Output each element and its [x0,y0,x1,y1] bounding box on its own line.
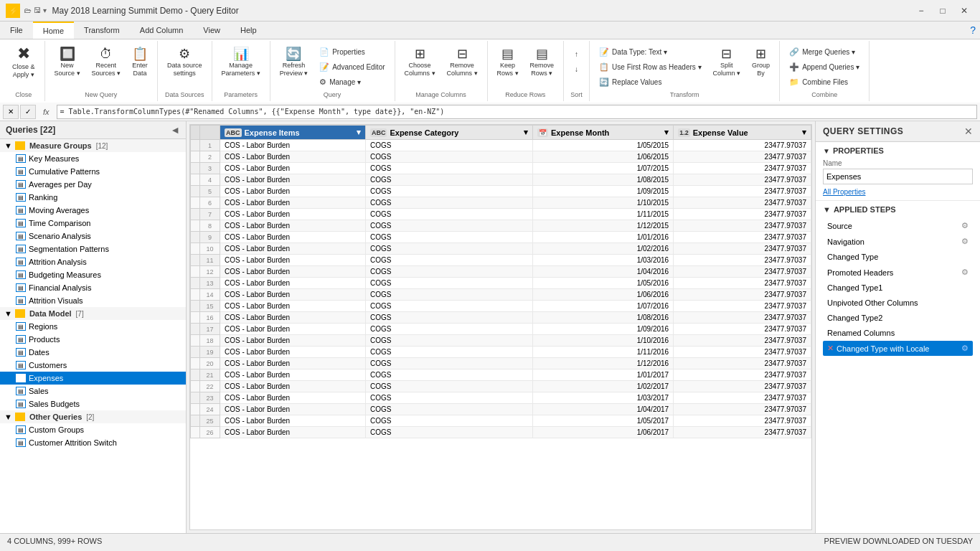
keep-rows-button[interactable]: ▤ KeepRows ▾ [492,42,524,83]
choose-columns-button[interactable]: ⊞ ChooseColumns ▾ [400,42,440,83]
sidebar-item-budgeting[interactable]: ▤ Budgeting Measures [0,268,186,281]
recent-sources-button[interactable]: ⏱ RecentSources ▾ [87,42,126,83]
row-indicator [191,278,200,289]
formula-confirm-button[interactable]: ✓ [20,105,36,119]
col-filter-icon[interactable]: ▾ [357,128,361,137]
col-expense-items[interactable]: ABC Expense Items ▾ [220,126,366,140]
refresh-preview-button[interactable]: 🔄 RefreshPreview ▾ [275,42,314,83]
sidebar-item-custom-groups[interactable]: ▤ Custom Groups [0,423,186,436]
minimize-button[interactable]: − [911,3,931,19]
step-changed-type[interactable]: Changed Type [823,250,973,264]
sidebar-item-customer-attrition[interactable]: ▤ Customer Attrition Switch [0,436,186,449]
col-filter-icon[interactable]: ▾ [802,128,806,137]
merge-queries-button[interactable]: 🔗 Merge Queries ▾ [784,45,864,59]
tab-file[interactable]: File [0,22,33,39]
step-gear-icon[interactable]: ⚙ [961,268,969,277]
cell-expense-items: COS - Labor Burden [220,220,366,232]
sidebar-item-regions[interactable]: ▤ Regions [0,320,186,333]
sidebar-item-customers[interactable]: ▤ Customers [0,359,186,372]
qs-close-button[interactable]: ✕ [964,126,973,137]
step-renamed-columns[interactable]: Renamed Columns [823,326,973,340]
step-gear-icon[interactable]: ⚙ [961,237,969,246]
remove-columns-button[interactable]: ⊟ RemoveColumns ▾ [442,42,483,83]
manage-button[interactable]: ⚙ Manage ▾ [314,75,390,89]
tab-view[interactable]: View [193,22,230,39]
sidebar-item-sales-budgets[interactable]: ▤ Sales Budgets [0,397,186,410]
cell-expense-items: COS - Labor Burden [220,163,366,174]
cell-expense-value: 23477.97037 [674,347,811,358]
step-gear-icon[interactable]: ⚙ [961,221,969,230]
sidebar-item-scenario[interactable]: ▤ Scenario Analysis [0,230,186,242]
sidebar-item-sales[interactable]: ▤ Sales [0,385,186,397]
sidebar-item-expenses[interactable]: ▤ Expenses [0,372,186,385]
manage-parameters-button[interactable]: 📊 ManageParameters ▾ [217,42,265,83]
sidebar-item-financial[interactable]: ▤ Financial Analysis [0,281,186,294]
qs-properties-header[interactable]: ▼ PROPERTIES [823,146,973,155]
cell-expense-month: 1/01/2016 [532,232,673,243]
step-navigation[interactable]: Navigation ⚙ [823,234,973,249]
remove-rows-button[interactable]: ▤ RemoveRows ▾ [525,42,560,83]
sort-asc-button[interactable]: ↑ [570,48,583,60]
step-unpivoted[interactable]: Unpivoted Other Columns [823,296,973,310]
step-source[interactable]: Source ⚙ [823,218,973,233]
sidebar-item-averages[interactable]: ▤ Averages per Day [0,178,186,191]
all-properties-link[interactable]: All Properties [823,188,865,196]
query-group-other-header[interactable]: ▼ Other Queries [2] [0,410,186,423]
sidebar-item-key-measures[interactable]: ▤ Key Measures [0,152,186,165]
col-expense-value[interactable]: 1.2 Expense Value ▾ [674,126,811,140]
step-changed-type-locale[interactable]: ✕ Changed Type with Locale ⚙ [823,341,973,356]
step-promoted-headers[interactable]: Promoted Headers ⚙ [823,265,973,280]
tab-home[interactable]: Home [33,22,74,39]
col-filter-icon[interactable]: ▾ [524,128,528,137]
sidebar-item-time-comparison[interactable]: ▤ Time Comparison [0,217,186,230]
col-filter-icon[interactable]: ▾ [664,128,669,137]
sidebar-item-products[interactable]: ▤ Products [0,333,186,346]
sidebar-item-ranking[interactable]: ▤ Ranking [0,191,186,204]
first-row-headers-button[interactable]: 📋 Use First Row as Headers ▾ [594,60,706,74]
data-source-settings-button[interactable]: ⚙ Data sourcesettings [162,42,207,83]
step-changed-type1[interactable]: Changed Type1 [823,281,973,295]
sidebar-item-attrition-visuals[interactable]: ▤ Attrition Visuals [0,294,186,307]
sidebar-item-segmentation[interactable]: ▤ Segmentation Patterns [0,242,186,255]
col-expense-month[interactable]: 📅 Expense Month ▾ [532,126,673,140]
step-gear-icon[interactable]: ⚙ [961,344,969,353]
tab-help[interactable]: Help [230,22,267,39]
replace-values-button[interactable]: 🔄 Replace Values [594,75,706,89]
new-source-button[interactable]: 🔲 NewSource ▾ [50,42,85,83]
qs-header: QUERY SETTINGS ✕ [816,121,980,142]
cell-expense-items: COS - Labor Burden [220,381,366,392]
table-row: 15 COS - Labor Burden COGS 1/07/2016 234… [191,301,811,312]
formula-back-button[interactable]: ✕ [3,105,19,119]
query-group-data-model-header[interactable]: ▼ Data Model [7] [0,307,186,320]
sort-desc-button[interactable]: ↓ [570,63,583,75]
step-label: Changed Type [827,253,969,261]
append-queries-button[interactable]: ➕ Append Queries ▾ [784,60,864,74]
sidebar-item-cumulative[interactable]: ▤ Cumulative Patterns [0,165,186,178]
cell-expense-value: 23477.97037 [674,140,811,151]
sidebar-item-attrition-analysis[interactable]: ▤ Attrition Analysis [0,255,186,268]
enter-data-button[interactable]: 📋 EnterData [127,42,153,83]
help-icon[interactable]: ? [970,24,976,36]
col-expense-category[interactable]: ABC Expense Category ▾ [365,126,532,140]
formula-input[interactable] [57,105,977,119]
tab-add-column[interactable]: Add Column [130,22,194,39]
data-grid-container[interactable]: ABC Expense Items ▾ ABC Expense Category… [189,124,812,530]
tab-transform[interactable]: Transform [74,22,130,39]
sidebar-item-moving-averages[interactable]: ▤ Moving Averages [0,204,186,217]
step-changed-type2[interactable]: Changed Type2 [823,311,973,325]
data-type-button[interactable]: 📝 Data Type: Text ▾ [594,45,706,59]
item-label: Ranking [29,193,57,202]
group-by-button[interactable]: ⊞ GroupBy [747,42,775,83]
maximize-button[interactable]: □ [933,3,953,19]
qs-steps-header[interactable]: ▼ APPLIED STEPS [823,205,973,214]
close-apply-button[interactable]: ✖ Close &Apply ▾ [7,42,40,83]
properties-button[interactable]: 📄 Properties [314,45,390,59]
advanced-editor-button[interactable]: 📝 Advanced Editor [314,60,390,74]
combine-files-button[interactable]: 📁 Combine Files [784,75,864,89]
query-name-input[interactable] [823,169,973,184]
split-column-button[interactable]: ⊟ SplitColumn ▾ [708,42,746,83]
close-button[interactable]: ✕ [954,3,974,19]
query-group-measure-header[interactable]: ▼ Measure Groups [12] [0,139,186,152]
sidebar-item-dates[interactable]: ▤ Dates [0,346,186,359]
sidebar-collapse-button[interactable]: ◄ [170,124,180,136]
